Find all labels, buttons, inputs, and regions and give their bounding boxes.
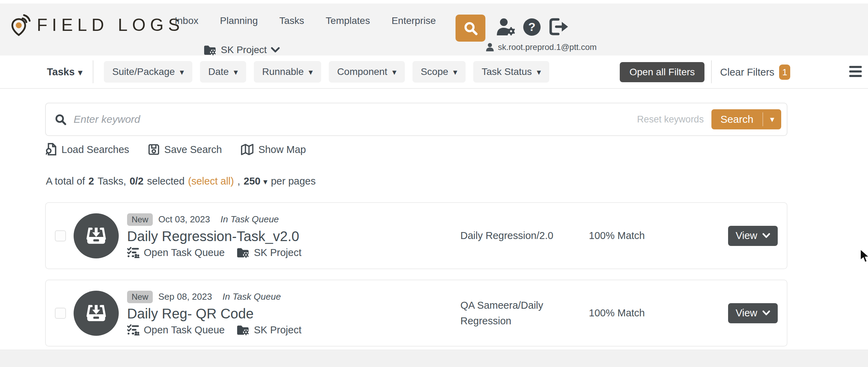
filter-pill-component[interactable]: Component (329, 61, 405, 83)
project-selector[interactable]: SK Project (203, 44, 280, 56)
summary-prefix: A total of (46, 176, 85, 187)
keyword-search-box: Reset keywords Search (45, 103, 787, 136)
context-dropdown-tasks[interactable]: Tasks (47, 66, 82, 78)
filter-pill-scope[interactable]: Scope (412, 61, 466, 83)
summary-tasks-word: Tasks, (98, 176, 126, 187)
keyword-input[interactable] (74, 113, 637, 125)
caret-down-icon (78, 66, 82, 78)
user-icon (485, 43, 494, 52)
reset-keywords-link[interactable]: Reset keywords (637, 114, 704, 125)
task-avatar (74, 291, 119, 336)
task-path: Daily Regression/2.0 (460, 228, 568, 244)
task-date: Sep 08, 2023 (158, 291, 212, 302)
caret-down-icon (234, 66, 238, 77)
page-bottom-background (0, 350, 868, 367)
global-search-button[interactable] (456, 15, 485, 42)
task-card: New Sep 08, 2023 In Task Queue Daily Reg… (45, 280, 787, 347)
caret-down-icon (392, 66, 397, 77)
filter-pill-label: Date (208, 66, 229, 77)
summary-selected-word: selected (147, 176, 185, 187)
brand-name: FIELD LOGS (37, 14, 184, 36)
divider (93, 60, 93, 83)
brand-logo: FIELD LOGS (10, 14, 184, 37)
status-badge: New (127, 213, 153, 226)
open-task-queue-label: Open Task Queue (144, 324, 225, 336)
filter-pill-date[interactable]: Date (200, 61, 246, 83)
mouse-cursor (859, 248, 868, 264)
filter-bar: Tasks Suite/Package Date Runnable Compon… (0, 56, 868, 89)
app-header: FIELD LOGS Inbox Planning Tasks Template… (0, 3, 868, 56)
task-avatar (74, 213, 119, 258)
task-project-link[interactable]: SK Project (236, 247, 301, 258)
chevron-down-icon (271, 47, 280, 53)
task-project-link[interactable]: SK Project (236, 324, 301, 336)
context-dropdown-label: Tasks (47, 66, 75, 78)
results-summary: A total of 2 Tasks, 0/2 selected (select… (46, 176, 316, 187)
open-task-queue-label: Open Task Queue (144, 247, 225, 258)
search-submit-button[interactable]: Search (711, 109, 781, 129)
search-icon (54, 113, 67, 126)
selected-count: 0/2 (130, 176, 143, 187)
nav-item-templates[interactable]: Templates (326, 15, 370, 26)
menu-icon[interactable] (849, 66, 862, 77)
task-title[interactable]: Daily Reg- QR Code (127, 306, 460, 322)
page-size-dropdown[interactable]: 250 (244, 176, 267, 187)
chevron-down-icon (762, 233, 770, 238)
nav-item-tasks[interactable]: Tasks (279, 15, 304, 26)
filter-pill-task-status[interactable]: Task Status (473, 61, 549, 83)
folder-gear-icon (203, 44, 217, 56)
filter-pills: Suite/Package Date Runnable Component Sc… (104, 61, 549, 83)
task-details: New Sep 08, 2023 In Task Queue Daily Reg… (127, 291, 460, 336)
map-pin-signal-icon (10, 14, 31, 37)
summary-suffix: per pages (271, 176, 316, 187)
filter-pill-label: Task Status (482, 66, 532, 77)
logout-icon[interactable] (549, 18, 569, 35)
svg-text:?: ? (528, 20, 536, 33)
clear-filters-label: Clear Filters (720, 67, 774, 78)
clear-filters-button[interactable]: Clear Filters 1 (720, 65, 790, 80)
page-size-value: 250 (244, 176, 260, 187)
task-date: Oct 03, 2023 (158, 214, 210, 225)
task-project-label: SK Project (254, 247, 301, 258)
view-button[interactable]: View (728, 226, 778, 246)
save-icon (148, 144, 160, 155)
task-checkbox[interactable] (55, 230, 66, 241)
caret-down-icon (309, 66, 313, 77)
user-account[interactable]: sk.root.preprod.1@ptt.com (485, 42, 596, 52)
map-icon (241, 144, 254, 155)
main-nav: Inbox Planning Tasks Templates Enterpris… (175, 3, 436, 38)
user-settings-icon[interactable] (495, 17, 517, 37)
task-queue-icon (127, 247, 140, 258)
view-button[interactable]: View (728, 303, 778, 323)
nav-item-planning[interactable]: Planning (220, 15, 258, 26)
open-all-filters-button[interactable]: Open all Filters (620, 62, 704, 82)
filter-count-badge: 1 (779, 65, 790, 80)
show-map-button[interactable]: Show Map (241, 144, 306, 155)
chevron-down-icon (762, 310, 770, 316)
nav-item-enterprise[interactable]: Enterprise (392, 15, 436, 26)
filter-bar-left: Tasks Suite/Package Date Runnable Compon… (47, 56, 549, 88)
filter-pill-label: Scope (421, 66, 448, 77)
inbox-tray-icon (85, 224, 108, 247)
help-icon[interactable]: ? (523, 18, 541, 36)
project-selector-label: SK Project (221, 44, 267, 56)
open-task-queue-link[interactable]: Open Task Queue (127, 324, 225, 336)
filter-pill-label: Component (337, 66, 387, 77)
nav-item-inbox[interactable]: Inbox (175, 15, 199, 26)
filter-pill-label: Suite/Package (112, 66, 175, 77)
task-match: 100% Match (568, 230, 683, 241)
save-search-button[interactable]: Save Search (148, 144, 222, 155)
total-count: 2 (89, 176, 94, 187)
task-title[interactable]: Daily Regression-Task_v2.0 (127, 229, 460, 244)
open-task-queue-link[interactable]: Open Task Queue (127, 247, 225, 258)
load-searches-button[interactable]: Load Searches (46, 143, 129, 156)
filter-pill-suite-package[interactable]: Suite/Package (104, 61, 192, 83)
status-badge: New (127, 291, 153, 303)
task-checkbox[interactable] (55, 308, 66, 319)
select-all-link[interactable]: (select all) (188, 176, 234, 187)
user-email: sk.root.preprod.1@ptt.com (498, 42, 596, 52)
caret-down-icon (453, 66, 457, 77)
folder-gear-icon (236, 324, 250, 335)
filter-pill-runnable[interactable]: Runnable (254, 61, 321, 83)
task-details: New Oct 03, 2023 In Task Queue Daily Reg… (127, 213, 460, 258)
